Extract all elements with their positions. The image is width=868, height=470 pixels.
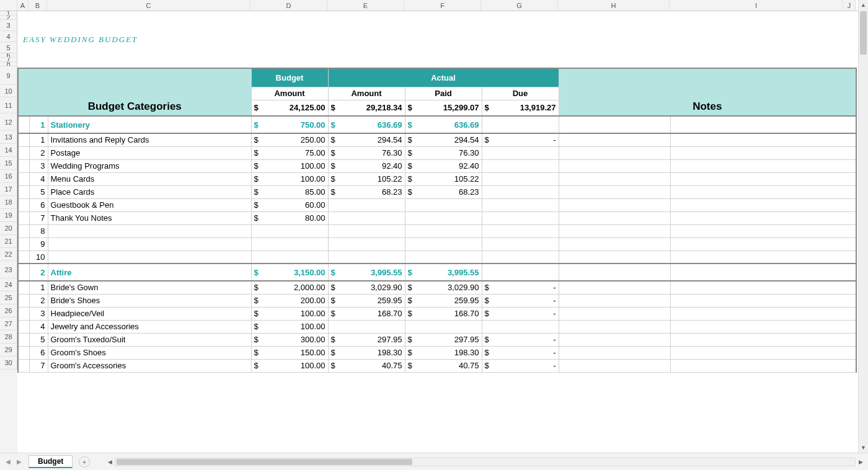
item-name[interactable]: Menu Cards (48, 172, 251, 185)
item-name[interactable]: Place Cards (48, 185, 251, 198)
item-actual-paid[interactable]: $297.95 (405, 333, 482, 346)
category-budget[interactable]: $3,150.00 (251, 264, 328, 281)
row-header-22[interactable]: 22 (0, 248, 17, 261)
vertical-scrollbar[interactable]: ▲ ▼ (858, 0, 868, 453)
cell[interactable] (18, 294, 29, 307)
column-header-J[interactable]: J (843, 0, 856, 11)
item-actual-amount[interactable]: $68.23 (328, 185, 405, 198)
item-notes[interactable] (559, 198, 670, 211)
row-header-3[interactable]: 3 (0, 20, 17, 31)
category-number[interactable]: 1 (29, 116, 48, 133)
item-actual-due[interactable]: $- (482, 281, 559, 294)
cell[interactable] (670, 172, 856, 185)
item-name[interactable]: Headpiece/Veil (48, 307, 251, 320)
column-header-H[interactable]: H (558, 0, 670, 11)
item-name[interactable]: Groom's Accessories (48, 359, 251, 372)
item-name[interactable]: Groom's Shoes (48, 346, 251, 359)
item-number[interactable]: 5 (29, 185, 48, 198)
item-actual-amount[interactable]: $168.70 (328, 307, 405, 320)
item-name[interactable]: Groom's Tuxedo/Suit (48, 333, 251, 346)
item-actual-amount[interactable]: $198.30 (328, 346, 405, 359)
cell[interactable] (18, 307, 29, 320)
cell[interactable] (18, 159, 29, 172)
item-notes[interactable] (559, 185, 670, 198)
item-actual-paid[interactable] (405, 237, 482, 251)
row-header-20[interactable]: 20 (0, 222, 17, 235)
item-notes[interactable] (559, 237, 670, 251)
item-actual-due[interactable] (482, 172, 559, 185)
column-header-G[interactable]: G (481, 0, 558, 11)
item-actual-paid[interactable]: $92.40 (405, 159, 482, 172)
item-name[interactable] (48, 224, 251, 237)
item-actual-due[interactable] (482, 198, 559, 211)
cell[interactable] (670, 237, 856, 251)
total-actual-amount[interactable]: $29,218.34 (328, 100, 405, 116)
item-budget[interactable]: $250.00 (251, 133, 328, 146)
row-header-5[interactable]: 5 (0, 42, 17, 53)
total-budget-amount[interactable]: $24,125.00 (251, 100, 328, 116)
item-actual-paid[interactable]: $168.70 (405, 307, 482, 320)
add-sheet-button[interactable]: ＋ (79, 456, 90, 468)
item-actual-paid[interactable] (405, 320, 482, 333)
item-budget[interactable]: $60.00 (251, 198, 328, 211)
item-number[interactable]: 7 (29, 359, 48, 372)
item-number[interactable]: 4 (29, 320, 48, 333)
column-header-E[interactable]: E (327, 0, 404, 11)
item-budget[interactable]: $100.00 (251, 320, 328, 333)
cell[interactable] (670, 224, 856, 237)
row-header-6[interactable]: 6 (0, 53, 17, 58)
item-actual-due[interactable]: $- (482, 359, 559, 372)
item-actual-amount[interactable]: $92.40 (328, 159, 405, 172)
column-header-F[interactable]: F (404, 0, 481, 11)
row-header-13[interactable]: 13 (0, 131, 17, 144)
item-number[interactable]: 2 (29, 146, 48, 159)
item-actual-paid[interactable]: $259.95 (405, 294, 482, 307)
cell[interactable] (670, 211, 856, 224)
row-header-29[interactable]: 29 (0, 344, 17, 357)
item-notes[interactable] (559, 133, 670, 146)
item-budget[interactable] (251, 224, 328, 237)
category-notes[interactable] (559, 116, 670, 133)
row-header-14[interactable]: 14 (0, 144, 17, 157)
total-actual-due[interactable]: $13,919.27 (482, 100, 559, 116)
item-notes[interactable] (559, 146, 670, 159)
row-header-1[interactable]: 1 (0, 11, 17, 16)
item-actual-due[interactable]: $- (482, 346, 559, 359)
cell[interactable] (670, 198, 856, 211)
cell[interactable] (670, 333, 856, 346)
item-budget[interactable]: $100.00 (251, 172, 328, 185)
row-header-16[interactable]: 16 (0, 170, 17, 183)
category-actual-amount[interactable]: $3,995.55 (328, 264, 405, 281)
sheet-tab-budget[interactable]: Budget (29, 455, 73, 468)
item-actual-due[interactable]: $- (482, 333, 559, 346)
cell[interactable] (18, 281, 29, 294)
cell[interactable] (18, 185, 29, 198)
item-actual-paid[interactable]: $3,029.90 (405, 281, 482, 294)
row-header-25[interactable]: 25 (0, 291, 17, 304)
item-actual-amount[interactable] (328, 320, 405, 333)
item-name[interactable]: Bride's Gown (48, 281, 251, 294)
item-budget[interactable]: $100.00 (251, 159, 328, 172)
item-actual-paid[interactable] (405, 211, 482, 224)
column-header-D[interactable]: D (250, 0, 327, 11)
item-actual-amount[interactable]: $76.30 (328, 146, 405, 159)
cell[interactable] (18, 359, 29, 372)
cell[interactable] (670, 264, 856, 281)
item-actual-due[interactable] (482, 237, 559, 251)
total-actual-paid[interactable]: $15,299.07 (405, 100, 482, 116)
item-notes[interactable] (559, 307, 670, 320)
item-actual-amount[interactable]: $297.95 (328, 333, 405, 346)
item-number[interactable]: 9 (29, 237, 48, 251)
row-header-12[interactable]: 12 (0, 113, 17, 131)
column-header-B[interactable]: B (29, 0, 47, 11)
cell[interactable] (670, 359, 856, 372)
item-number[interactable]: 6 (29, 346, 48, 359)
grid[interactable]: EASY WEDDING BUDGETBudget CategoriesBudg… (17, 11, 868, 453)
cell[interactable] (670, 294, 856, 307)
row-header-2[interactable]: 2 (0, 16, 17, 20)
item-actual-amount[interactable] (328, 224, 405, 237)
row-header-23[interactable]: 23 (0, 261, 17, 278)
item-notes[interactable] (559, 281, 670, 294)
cell[interactable] (670, 185, 856, 198)
cell[interactable] (18, 346, 29, 359)
